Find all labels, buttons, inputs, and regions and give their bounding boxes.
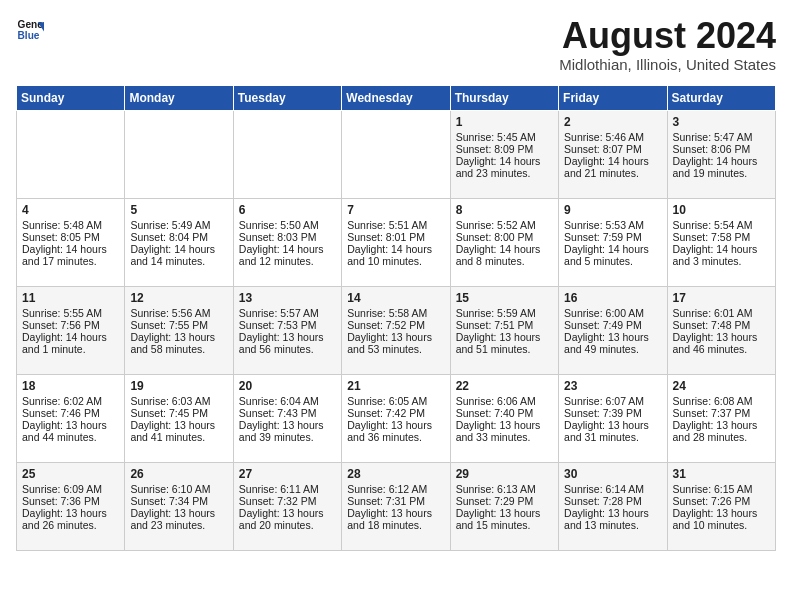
day-info: and 18 minutes. — [347, 519, 444, 531]
day-info: Daylight: 13 hours — [347, 331, 444, 343]
day-info: and 14 minutes. — [130, 255, 227, 267]
day-info: Sunrise: 6:11 AM — [239, 483, 336, 495]
day-info: Sunset: 7:43 PM — [239, 407, 336, 419]
day-info: and 1 minute. — [22, 343, 119, 355]
calendar-cell: 2Sunrise: 5:46 AMSunset: 8:07 PMDaylight… — [559, 110, 667, 198]
day-info: Sunset: 7:26 PM — [673, 495, 770, 507]
day-info: and 19 minutes. — [673, 167, 770, 179]
calendar-cell: 13Sunrise: 5:57 AMSunset: 7:53 PMDayligh… — [233, 286, 341, 374]
day-number: 28 — [347, 467, 444, 481]
day-info: Sunrise: 6:03 AM — [130, 395, 227, 407]
day-number: 4 — [22, 203, 119, 217]
day-number: 10 — [673, 203, 770, 217]
day-info: and 26 minutes. — [22, 519, 119, 531]
day-number: 23 — [564, 379, 661, 393]
day-info: and 51 minutes. — [456, 343, 553, 355]
day-info: and 39 minutes. — [239, 431, 336, 443]
day-info: Sunset: 8:01 PM — [347, 231, 444, 243]
calendar-cell — [233, 110, 341, 198]
day-info: Daylight: 14 hours — [673, 243, 770, 255]
day-info: Sunset: 7:55 PM — [130, 319, 227, 331]
calendar-cell: 8Sunrise: 5:52 AMSunset: 8:00 PMDaylight… — [450, 198, 558, 286]
day-info: Sunset: 7:34 PM — [130, 495, 227, 507]
day-info: Sunset: 7:49 PM — [564, 319, 661, 331]
day-info: Sunrise: 6:05 AM — [347, 395, 444, 407]
day-info: Daylight: 13 hours — [239, 331, 336, 343]
logo: General Blue — [16, 16, 44, 44]
day-info: Sunrise: 5:54 AM — [673, 219, 770, 231]
day-info: Sunrise: 6:02 AM — [22, 395, 119, 407]
day-info: Sunrise: 6:08 AM — [673, 395, 770, 407]
day-info: and 12 minutes. — [239, 255, 336, 267]
day-info: Sunset: 8:03 PM — [239, 231, 336, 243]
calendar-cell: 21Sunrise: 6:05 AMSunset: 7:42 PMDayligh… — [342, 374, 450, 462]
calendar-cell: 20Sunrise: 6:04 AMSunset: 7:43 PMDayligh… — [233, 374, 341, 462]
day-info: Sunset: 7:39 PM — [564, 407, 661, 419]
calendar-cell: 1Sunrise: 5:45 AMSunset: 8:09 PMDaylight… — [450, 110, 558, 198]
day-info: Sunrise: 6:15 AM — [673, 483, 770, 495]
day-info: Sunset: 7:51 PM — [456, 319, 553, 331]
calendar-cell: 27Sunrise: 6:11 AMSunset: 7:32 PMDayligh… — [233, 462, 341, 550]
day-info: Daylight: 13 hours — [130, 419, 227, 431]
day-info: Sunset: 8:04 PM — [130, 231, 227, 243]
weekday-header-saturday: Saturday — [667, 85, 775, 110]
day-number: 3 — [673, 115, 770, 129]
day-info: Sunset: 8:09 PM — [456, 143, 553, 155]
day-number: 11 — [22, 291, 119, 305]
day-info: and 49 minutes. — [564, 343, 661, 355]
day-info: Sunrise: 5:58 AM — [347, 307, 444, 319]
day-info: Sunset: 7:31 PM — [347, 495, 444, 507]
day-info: Daylight: 13 hours — [22, 507, 119, 519]
day-info: Sunset: 7:40 PM — [456, 407, 553, 419]
day-number: 21 — [347, 379, 444, 393]
day-info: and 31 minutes. — [564, 431, 661, 443]
day-info: Daylight: 13 hours — [130, 507, 227, 519]
day-info: and 8 minutes. — [456, 255, 553, 267]
day-info: Sunset: 7:53 PM — [239, 319, 336, 331]
day-info: Daylight: 14 hours — [564, 155, 661, 167]
calendar-cell: 23Sunrise: 6:07 AMSunset: 7:39 PMDayligh… — [559, 374, 667, 462]
weekday-header-friday: Friday — [559, 85, 667, 110]
day-number: 13 — [239, 291, 336, 305]
day-info: and 44 minutes. — [22, 431, 119, 443]
day-number: 7 — [347, 203, 444, 217]
day-number: 8 — [456, 203, 553, 217]
day-number: 17 — [673, 291, 770, 305]
day-info: Daylight: 13 hours — [239, 507, 336, 519]
day-number: 30 — [564, 467, 661, 481]
day-number: 31 — [673, 467, 770, 481]
day-info: Sunrise: 6:13 AM — [456, 483, 553, 495]
day-info: Sunrise: 5:51 AM — [347, 219, 444, 231]
calendar-cell: 30Sunrise: 6:14 AMSunset: 7:28 PMDayligh… — [559, 462, 667, 550]
day-info: Sunset: 7:56 PM — [22, 319, 119, 331]
calendar-cell: 9Sunrise: 5:53 AMSunset: 7:59 PMDaylight… — [559, 198, 667, 286]
day-info: Sunset: 7:32 PM — [239, 495, 336, 507]
calendar-table: SundayMondayTuesdayWednesdayThursdayFrid… — [16, 85, 776, 551]
day-info: Sunset: 7:58 PM — [673, 231, 770, 243]
day-number: 25 — [22, 467, 119, 481]
day-info: and 23 minutes. — [130, 519, 227, 531]
day-info: Sunrise: 5:56 AM — [130, 307, 227, 319]
calendar-cell: 5Sunrise: 5:49 AMSunset: 8:04 PMDaylight… — [125, 198, 233, 286]
calendar-cell: 22Sunrise: 6:06 AMSunset: 7:40 PMDayligh… — [450, 374, 558, 462]
day-info: Sunrise: 6:12 AM — [347, 483, 444, 495]
calendar-cell: 12Sunrise: 5:56 AMSunset: 7:55 PMDayligh… — [125, 286, 233, 374]
weekday-header-sunday: Sunday — [17, 85, 125, 110]
day-info: Sunrise: 5:48 AM — [22, 219, 119, 231]
day-number: 2 — [564, 115, 661, 129]
day-info: Sunrise: 5:55 AM — [22, 307, 119, 319]
day-number: 9 — [564, 203, 661, 217]
day-number: 5 — [130, 203, 227, 217]
day-info: Daylight: 14 hours — [564, 243, 661, 255]
calendar-cell: 19Sunrise: 6:03 AMSunset: 7:45 PMDayligh… — [125, 374, 233, 462]
day-info: Daylight: 13 hours — [22, 419, 119, 431]
calendar-cell: 18Sunrise: 6:02 AMSunset: 7:46 PMDayligh… — [17, 374, 125, 462]
day-info: and 23 minutes. — [456, 167, 553, 179]
calendar-cell: 29Sunrise: 6:13 AMSunset: 7:29 PMDayligh… — [450, 462, 558, 550]
calendar-cell: 4Sunrise: 5:48 AMSunset: 8:05 PMDaylight… — [17, 198, 125, 286]
weekday-header-thursday: Thursday — [450, 85, 558, 110]
calendar-cell: 24Sunrise: 6:08 AMSunset: 7:37 PMDayligh… — [667, 374, 775, 462]
day-info: Daylight: 13 hours — [673, 419, 770, 431]
day-info: Sunset: 8:06 PM — [673, 143, 770, 155]
calendar-cell: 28Sunrise: 6:12 AMSunset: 7:31 PMDayligh… — [342, 462, 450, 550]
